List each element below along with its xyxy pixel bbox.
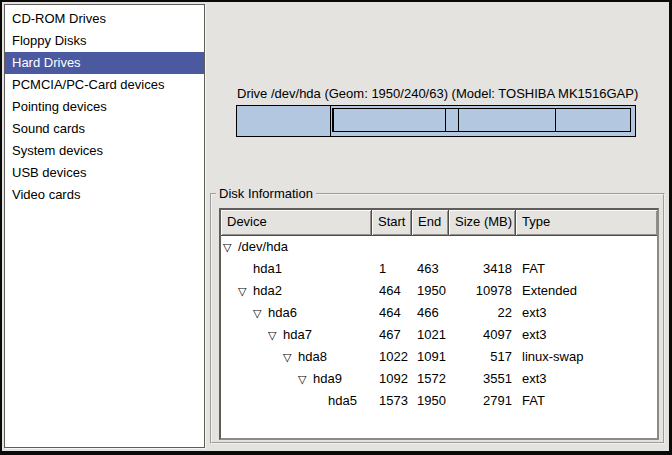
device-name: hda2 [253, 280, 282, 302]
device-name: hda8 [298, 346, 327, 368]
cell-type: linux-swap [516, 346, 657, 368]
tree-expander-icon[interactable]: ▽ [298, 368, 313, 390]
table-row-hda5[interactable]: hda5157319502791FAT [221, 390, 657, 412]
sidebar-item-cd-rom-drives[interactable]: CD-ROM Drives [5, 8, 204, 30]
sidebar-item-system-devices[interactable]: System devices [5, 140, 204, 162]
tree-indent [223, 379, 298, 380]
cell-device: ▽/dev/hda [221, 236, 372, 258]
cell-device: hda1 [221, 258, 372, 280]
cell-start: 1573 [372, 390, 412, 412]
hardware-browser-window: CD-ROM DrivesFloppy DisksHard DrivesPCMC… [0, 0, 672, 455]
drive-title: Drive /dev/hda (Geom: 1950/240/63) (Mode… [237, 86, 638, 101]
cell-end: 1950 [412, 390, 449, 412]
partition-table-body: ▽/dev/hdahda114633418FAT▽hda246419501097… [221, 236, 657, 412]
sidebar-item-hard-drives[interactable]: Hard Drives [5, 52, 204, 74]
disk-information-frame: Disk Information DeviceStartEndSize (MB)… [210, 193, 665, 444]
cell-type [516, 236, 657, 258]
column-header-end[interactable]: End [412, 210, 449, 236]
cell-start: 464 [372, 280, 412, 302]
partition-segment-hda2 [330, 105, 636, 137]
cell-size: 4097 [449, 324, 516, 346]
cell-device: ▽hda8 [221, 346, 372, 368]
cell-end: 1091 [412, 346, 449, 368]
column-header-device[interactable]: Device [221, 210, 372, 236]
partition-segment-hda5 [555, 108, 632, 132]
device-name: hda9 [313, 368, 342, 390]
cell-end: 463 [412, 258, 449, 280]
sidebar-item-floppy-disks[interactable]: Floppy Disks [5, 30, 204, 52]
cell-start: 464 [372, 302, 412, 324]
cell-device: ▽hda7 [221, 324, 372, 346]
partition-segment-hda7 [333, 108, 446, 132]
column-header-start[interactable]: Start [372, 210, 412, 236]
cell-size [449, 236, 516, 258]
drive-partition-bar [236, 105, 637, 137]
cell-device: hda5 [221, 390, 372, 412]
sidebar-item-video-cards[interactable]: Video cards [5, 184, 204, 206]
cell-size: 10978 [449, 280, 516, 302]
device-name: hda1 [253, 258, 282, 280]
tree-indent [223, 357, 283, 358]
tree-expander-icon[interactable]: ▽ [253, 302, 268, 324]
cell-type: ext3 [516, 302, 657, 324]
tree-indent [223, 401, 313, 402]
cell-size: 517 [449, 346, 516, 368]
sidebar-item-usb-devices[interactable]: USB devices [5, 162, 204, 184]
cell-size: 3551 [449, 368, 516, 390]
tree-indent [223, 335, 268, 336]
partition-table: DeviceStartEndSize (MB)Type ▽/dev/hdahda… [219, 208, 659, 440]
sidebar-item-pcmcia-pc-card-devices[interactable]: PCMCIA/PC-Card devices [5, 74, 204, 96]
cell-end: 1021 [412, 324, 449, 346]
cell-type: FAT [516, 258, 657, 280]
cell-type: ext3 [516, 368, 657, 390]
table-row-hda1[interactable]: hda114633418FAT [221, 258, 657, 280]
table-row-hda8[interactable]: ▽hda810221091517linux-swap [221, 346, 657, 368]
device-name: /dev/hda [238, 236, 288, 258]
cell-device: ▽hda2 [221, 280, 372, 302]
table-row-hda6[interactable]: ▽hda646446622ext3 [221, 302, 657, 324]
partition-segment-hda8 [445, 108, 459, 132]
cell-type: Extended [516, 280, 657, 302]
cell-end: 1950 [412, 280, 449, 302]
column-header-type[interactable]: Type [516, 210, 657, 236]
table-row-hda7[interactable]: ▽hda746710214097ext3 [221, 324, 657, 346]
cell-end [412, 236, 449, 258]
cell-start: 1 [372, 258, 412, 280]
sidebar-item-pointing-devices[interactable]: Pointing devices [5, 96, 204, 118]
tree-indent [223, 313, 253, 314]
cell-start: 1022 [372, 346, 412, 368]
tree-expander-icon[interactable]: ▽ [283, 346, 298, 368]
table-row-hda2[interactable]: ▽hda2464195010978Extended [221, 280, 657, 302]
tree-expander-icon[interactable]: ▽ [223, 236, 238, 258]
cell-size: 22 [449, 302, 516, 324]
cell-start: 467 [372, 324, 412, 346]
cell-device: ▽hda9 [221, 368, 372, 390]
cell-end: 1572 [412, 368, 449, 390]
cell-size: 3418 [449, 258, 516, 280]
cell-type: ext3 [516, 324, 657, 346]
tree-expander-icon[interactable]: ▽ [238, 280, 253, 302]
device-name: hda7 [283, 324, 312, 346]
cell-start [372, 236, 412, 258]
device-category-list: CD-ROM DrivesFloppy DisksHard DrivesPCMC… [4, 4, 205, 448]
cell-type: FAT [516, 390, 657, 412]
table-row-hda9[interactable]: ▽hda9109215723551ext3 [221, 368, 657, 390]
device-name: hda5 [328, 390, 357, 412]
table-row-dev-hda[interactable]: ▽/dev/hda [221, 236, 657, 258]
tree-indent [223, 291, 238, 292]
tree-expander-icon[interactable]: ▽ [268, 324, 283, 346]
disk-information-frame-label: Disk Information [216, 186, 316, 202]
column-header-size[interactable]: Size (MB) [449, 210, 516, 236]
cell-end: 466 [412, 302, 449, 324]
cell-start: 1092 [372, 368, 412, 390]
tree-indent [223, 269, 238, 270]
partition-table-header: DeviceStartEndSize (MB)Type [221, 210, 657, 236]
device-name: hda6 [268, 302, 297, 324]
cell-size: 2791 [449, 390, 516, 412]
cell-device: ▽hda6 [221, 302, 372, 324]
sidebar-item-sound-cards[interactable]: Sound cards [5, 118, 204, 140]
partition-segment-hda9 [458, 108, 556, 132]
partition-segment-hda1 [236, 105, 331, 137]
